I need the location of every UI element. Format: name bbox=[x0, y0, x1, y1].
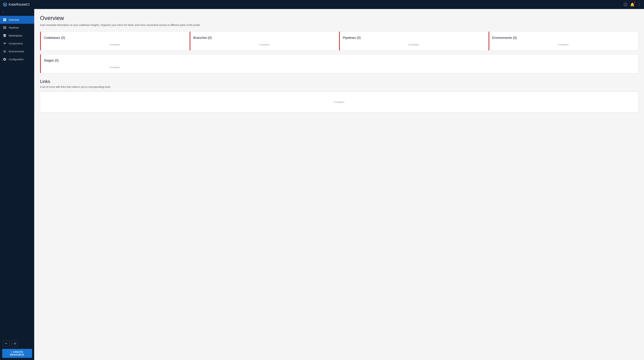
pipelines-icon bbox=[3, 26, 6, 29]
branches-card-title: Branches (0) bbox=[193, 36, 335, 40]
links-box: Forbidden bbox=[40, 91, 638, 113]
links-divider-bottom bbox=[40, 112, 638, 113]
sidebar-item-configuration-label: Configuration bbox=[9, 58, 24, 61]
svg-rect-4 bbox=[3, 26, 6, 27]
app-body: ‹ Overview Pipelines Marketplace bbox=[0, 9, 644, 360]
svg-rect-6 bbox=[3, 28, 6, 29]
marketplace-icon bbox=[3, 34, 6, 37]
configuration-icon bbox=[3, 57, 6, 61]
notification-badge bbox=[634, 1, 635, 3]
info-button[interactable]: ⓘ bbox=[624, 2, 627, 7]
links-section-title: Links bbox=[40, 79, 638, 84]
branches-card: Branches (0) Forbidden bbox=[190, 32, 339, 50]
svg-rect-0 bbox=[4, 18, 5, 20]
sidebar-bottom: ✏ ⚙ bbox=[0, 338, 34, 349]
svg-rect-3 bbox=[5, 20, 6, 21]
edit-icon-button[interactable]: ✏ bbox=[3, 340, 9, 347]
more-menu-button[interactable]: ⋮ bbox=[638, 2, 641, 7]
page-subtitle: Gain essential information on your codeb… bbox=[40, 23, 638, 26]
stats-cards-row2: Stages (0) Forbidden bbox=[40, 54, 638, 73]
create-resource-button[interactable]: + CREATE RESOURCE bbox=[2, 349, 32, 358]
codebases-card-status: Forbidden bbox=[44, 43, 186, 46]
sidebar-item-environments-label: Environments bbox=[9, 50, 24, 53]
branches-card-status: Forbidden bbox=[193, 43, 335, 46]
sidebar-item-overview-label: Overview bbox=[9, 18, 19, 21]
overview-icon bbox=[3, 18, 6, 21]
stages-card-status: Forbidden bbox=[44, 66, 186, 69]
pipelines-card-status: Forbidden bbox=[343, 43, 485, 46]
environments-card: Environments (0) Forbidden bbox=[488, 32, 638, 50]
pipelines-card-title: Pipelines (0) bbox=[343, 36, 485, 40]
components-icon bbox=[3, 42, 6, 45]
codebases-card: Codebases (0) Forbidden bbox=[40, 32, 190, 50]
stages-card-title: Stages (0) bbox=[44, 59, 186, 62]
environments-icon bbox=[3, 50, 6, 53]
sidebar-collapse-button[interactable]: ‹ bbox=[0, 9, 34, 16]
sidebar-item-marketplace[interactable]: Marketplace bbox=[0, 32, 34, 39]
app-name: KubeRocketCI bbox=[9, 3, 30, 6]
sidebar-item-configuration[interactable]: Configuration bbox=[0, 55, 34, 63]
topbar: KubeRocketCI ⓘ 🔔 ⋮ bbox=[0, 0, 644, 9]
links-section-subtitle: A set of icons with links that redirect … bbox=[40, 85, 638, 88]
sidebar-nav: Overview Pipelines Marketplace Component… bbox=[0, 16, 34, 338]
topbar-actions: ⓘ 🔔 ⋮ bbox=[624, 2, 641, 7]
pipelines-card: Pipelines (0) Forbidden bbox=[339, 32, 488, 50]
sidebar-item-components-label: Components bbox=[9, 42, 23, 45]
svg-rect-5 bbox=[3, 27, 6, 28]
codebases-card-title: Codebases (0) bbox=[44, 36, 186, 40]
environments-card-title: Environments (0) bbox=[492, 36, 634, 40]
page-title: Overview bbox=[40, 15, 638, 21]
svg-rect-1 bbox=[5, 18, 6, 20]
sidebar-item-pipelines-label: Pipelines bbox=[9, 26, 19, 29]
sidebar: ‹ Overview Pipelines Marketplace bbox=[0, 9, 34, 360]
main-content: Overview Gain essential information on y… bbox=[34, 9, 644, 360]
sidebar-item-marketplace-label: Marketplace bbox=[9, 34, 22, 37]
stages-card: Stages (0) Forbidden bbox=[40, 54, 190, 73]
settings-icon-button[interactable]: ⚙ bbox=[12, 340, 18, 347]
notification-button[interactable]: 🔔 bbox=[630, 2, 635, 7]
stats-cards-row1: Codebases (0) Forbidden Branches (0) For… bbox=[40, 31, 638, 50]
logo-icon bbox=[3, 2, 7, 7]
sidebar-item-overview[interactable]: Overview bbox=[0, 16, 34, 24]
sidebar-item-components[interactable]: Components bbox=[0, 39, 34, 47]
app-logo: KubeRocketCI bbox=[3, 2, 624, 7]
environments-card-status: Forbidden bbox=[492, 43, 634, 46]
svg-rect-2 bbox=[4, 20, 5, 21]
sidebar-item-pipelines[interactable]: Pipelines bbox=[0, 24, 34, 32]
sidebar-item-environments[interactable]: Environments bbox=[0, 47, 34, 55]
links-forbidden-text: Forbidden bbox=[40, 92, 638, 112]
